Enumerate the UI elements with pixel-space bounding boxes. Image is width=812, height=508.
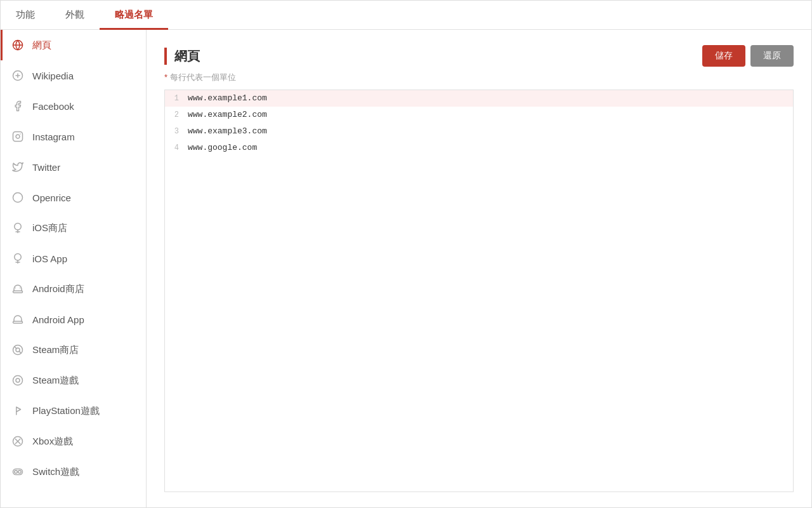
- page-title: 網頁: [164, 48, 200, 65]
- twitter-icon: [11, 160, 25, 174]
- content-area: 網頁 儲存 還原 * 每行代表一個單位 1 www.example1.com 2…: [147, 30, 811, 507]
- content-header: 網頁 儲存 還原: [164, 45, 794, 67]
- openrice-icon: [11, 190, 25, 204]
- sidebar-item-switch-label: Switch遊戲: [32, 466, 79, 478]
- line-number-4: 4: [165, 140, 184, 156]
- sidebar-item-android-app-label: Android App: [32, 314, 84, 325]
- save-button[interactable]: 儲存: [702, 45, 745, 67]
- sidebar-item-android-app[interactable]: Android App: [1, 304, 146, 335]
- svg-point-20: [15, 471, 18, 474]
- sidebar-item-openrice-label: Openrice: [32, 192, 71, 203]
- sidebar-item-wikipedia[interactable]: Wikipedia: [1, 60, 146, 91]
- hint-text: * 每行代表一個單位: [164, 72, 794, 83]
- sidebar-item-steam-store-label: Steam商店: [32, 344, 79, 356]
- android-store-icon: [11, 282, 25, 296]
- sidebar-item-facebook[interactable]: Facebook: [1, 91, 146, 121]
- sidebar-item-webpage[interactable]: 網頁: [1, 30, 146, 60]
- xbox-icon: [11, 434, 25, 448]
- editor-line-2: 2 www.example2.com: [165, 107, 793, 123]
- sidebar-item-steam-game-label: Steam遊戲: [32, 375, 79, 387]
- sidebar-item-facebook-label: Facebook: [32, 101, 74, 112]
- sidebar-item-ios-app[interactable]: iOS App: [1, 243, 146, 274]
- editor-container[interactable]: 1 www.example1.com 2 www.example2.com 3 …: [164, 90, 794, 492]
- editor-line-3: 3 www.example3.com: [165, 123, 793, 140]
- sidebar-item-openrice[interactable]: Openrice: [1, 182, 146, 213]
- instagram-icon: [11, 130, 25, 144]
- nav-blocklist[interactable]: 略過名單: [100, 1, 168, 30]
- nav-features[interactable]: 功能: [1, 1, 50, 30]
- svg-rect-3: [13, 132, 23, 142]
- svg-rect-9: [13, 321, 23, 323]
- sidebar-item-steam-store[interactable]: Steam商店: [1, 335, 146, 365]
- steam-game-icon: [11, 373, 25, 387]
- sidebar-item-ios-store-label: iOS商店: [32, 222, 67, 234]
- android-app-icon: [11, 312, 25, 326]
- sidebar-item-android-store-label: Android商店: [32, 283, 84, 295]
- nav-appearance[interactable]: 外觀: [50, 1, 100, 30]
- svg-line-12: [15, 347, 16, 349]
- sidebar-item-switch[interactable]: Switch遊戲: [1, 457, 146, 487]
- switch-icon: [11, 465, 25, 479]
- ios-store-icon: [11, 221, 25, 235]
- line-content-1: www.example1.com: [184, 90, 793, 107]
- line-number-1: 1: [165, 90, 184, 107]
- sidebar-item-ios-store[interactable]: iOS商店: [1, 213, 146, 243]
- line-content-3: www.example3.com: [184, 123, 793, 140]
- sidebar-item-playstation[interactable]: PlayStation遊戲: [1, 396, 146, 426]
- facebook-icon: [11, 99, 25, 113]
- line-content-4: www.google.com: [184, 140, 793, 156]
- line-number-3: 3: [165, 123, 184, 140]
- line-number-2: 2: [165, 107, 184, 123]
- sidebar-item-instagram[interactable]: Instagram: [1, 121, 146, 152]
- header-buttons: 儲存 還原: [702, 45, 794, 67]
- main-body: 網頁 Wikipedia Facebook: [1, 30, 811, 507]
- sidebar-item-playstation-label: PlayStation遊戲: [32, 405, 100, 417]
- wikipedia-icon: [11, 69, 25, 83]
- top-nav: 功能 外觀 略過名單: [1, 1, 811, 30]
- sidebar-item-instagram-label: Instagram: [32, 131, 75, 142]
- revert-button[interactable]: 還原: [750, 45, 794, 67]
- svg-point-14: [13, 376, 23, 385]
- svg-point-5: [13, 193, 23, 203]
- hint-body: 每行代表一個單位: [167, 72, 236, 82]
- sidebar-item-android-store[interactable]: Android商店: [1, 274, 146, 304]
- sidebar: 網頁 Wikipedia Facebook: [1, 30, 147, 507]
- sidebar-item-xbox-label: Xbox遊戲: [32, 436, 73, 448]
- steam-store-icon: [11, 343, 25, 357]
- svg-line-13: [19, 351, 21, 353]
- line-content-2: www.example2.com: [184, 107, 793, 123]
- playstation-icon: [11, 404, 25, 418]
- app-container: 功能 外觀 略過名單 網頁: [0, 0, 812, 508]
- sidebar-item-ios-app-label: iOS App: [32, 253, 67, 264]
- sidebar-item-xbox[interactable]: Xbox遊戲: [1, 426, 146, 457]
- sidebar-item-wikipedia-label: Wikipedia: [32, 70, 74, 81]
- svg-point-15: [16, 378, 20, 382]
- globe-icon: [11, 38, 25, 52]
- editor-line-4: 4 www.google.com: [165, 140, 793, 156]
- svg-rect-6: [13, 291, 23, 293]
- sidebar-item-twitter-label: Twitter: [32, 162, 60, 173]
- sidebar-item-steam-game[interactable]: Steam遊戲: [1, 365, 146, 396]
- sidebar-item-webpage-label: 網頁: [32, 39, 51, 51]
- sidebar-item-twitter[interactable]: Twitter: [1, 152, 146, 182]
- ios-app-icon: [11, 251, 25, 265]
- editor-line-1: 1 www.example1.com: [165, 90, 793, 107]
- svg-point-21: [18, 471, 22, 474]
